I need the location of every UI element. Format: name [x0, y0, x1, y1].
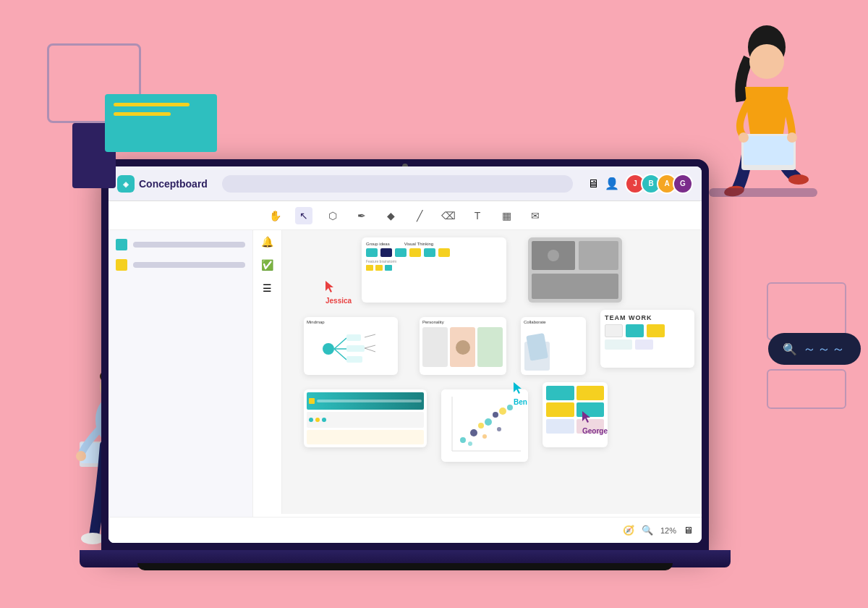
svg-point-7 — [76, 451, 86, 461]
board-teamwork: TEAM WORK — [600, 310, 694, 368]
cursor-ben-name: Ben — [514, 398, 527, 406]
comment-tool[interactable]: ✉ — [527, 207, 544, 224]
zoom-in-icon[interactable]: 🔍 — [642, 525, 653, 536]
svg-rect-14 — [744, 136, 793, 165]
avatar-george: G — [673, 174, 693, 194]
svg-point-24 — [548, 250, 559, 261]
cursor-jessica-name: Jessica — [326, 297, 352, 305]
app-logo: ◈ Conceptboard — [117, 175, 208, 193]
svg-line-32 — [365, 334, 375, 337]
shape-tool[interactable]: ⬡ — [324, 207, 341, 224]
text-tool[interactable]: T — [469, 207, 486, 224]
sidebar-label-1 — [133, 242, 245, 248]
cursor-george-name: George — [582, 427, 608, 435]
deco-line-2 — [114, 112, 171, 116]
notification-icon[interactable]: 🔔 — [261, 236, 273, 248]
laptop-screen: ◈ Conceptboard 🖥 👤 J B A G — [101, 159, 709, 550]
person-woman-illustration — [709, 22, 817, 232]
svg-point-45 — [499, 408, 506, 415]
cursor-jessica: Jessica — [326, 281, 352, 305]
eraser-tool[interactable]: ⌫ — [440, 207, 457, 224]
svg-rect-23 — [532, 274, 618, 299]
svg-point-47 — [468, 442, 472, 446]
sidebar-label-2 — [133, 262, 245, 268]
app-sidebar — [109, 230, 253, 543]
line-tool[interactable]: ╱ — [411, 207, 428, 224]
app-toolbar: ✋ ↖ ⬡ ✒ ◆ ╱ ⌫ T ▦ ✉ — [109, 201, 702, 230]
svg-rect-30 — [346, 345, 365, 352]
svg-point-44 — [493, 412, 498, 418]
board-brainstorm: Group ideasVisual Thinking Feature brain… — [362, 237, 506, 303]
search-icon: 🔍 — [783, 342, 797, 356]
svg-text:◈: ◈ — [122, 180, 129, 188]
fill-tool[interactable]: ◆ — [382, 207, 399, 224]
svg-point-48 — [482, 434, 487, 439]
search-squiggle: ～～～ — [803, 340, 846, 358]
app-bottombar: 🧭 🔍 12% 🖥 — [109, 517, 702, 543]
share-icon[interactable]: 👤 — [605, 177, 619, 190]
svg-rect-22 — [579, 241, 618, 270]
left-panel-icons: 🔔 ✅ ☰ — [253, 230, 282, 514]
canvas-area[interactable]: Group ideasVisual Thinking Feature brain… — [282, 230, 702, 514]
svg-point-42 — [478, 423, 484, 428]
svg-rect-17 — [709, 188, 817, 197]
sidebar-color-yellow — [116, 259, 127, 271]
cursor-george: George — [582, 411, 608, 435]
sidebar-item-1[interactable] — [116, 239, 245, 250]
hand-tool[interactable]: ✋ — [266, 207, 284, 224]
zoom-level: 12% — [660, 526, 676, 535]
svg-point-49 — [497, 427, 501, 431]
svg-point-16 — [787, 132, 797, 143]
svg-point-15 — [739, 132, 749, 143]
svg-point-25 — [323, 343, 334, 355]
svg-marker-52 — [582, 411, 590, 423]
svg-point-12 — [788, 174, 809, 185]
app-screen: ◈ Conceptboard 🖥 👤 J B A G — [109, 166, 702, 543]
search-widget[interactable]: 🔍 ～～～ — [768, 333, 861, 365]
deco-outline-rect-right-bottom — [767, 369, 846, 409]
svg-point-40 — [460, 437, 466, 443]
cursor-ben: Ben — [514, 382, 527, 406]
deco-line-1 — [114, 103, 190, 106]
logo-icon: ◈ — [117, 175, 135, 193]
laptop: ◈ Conceptboard 🖥 👤 J B A G — [101, 159, 723, 579]
svg-point-46 — [507, 405, 513, 410]
avatar-group: J B A G — [625, 174, 693, 194]
deco-sticky-note — [105, 94, 217, 152]
svg-rect-31 — [346, 356, 362, 363]
board-collaborate: Collaborate — [521, 317, 586, 375]
pen-tool[interactable]: ✒ — [353, 207, 370, 224]
navigate-icon[interactable]: 🧭 — [623, 525, 634, 536]
svg-point-41 — [470, 429, 477, 436]
svg-marker-50 — [326, 281, 333, 292]
laptop-foot — [137, 563, 673, 570]
svg-line-28 — [334, 349, 346, 360]
board-mindmap: Mindmap — [304, 317, 398, 375]
select-tool[interactable]: ↖ — [295, 207, 312, 224]
screen-icon[interactable]: 🖥 — [587, 177, 599, 190]
check-icon[interactable]: ✅ — [261, 259, 273, 271]
svg-line-33 — [365, 345, 375, 348]
sidebar-item-2[interactable] — [116, 259, 245, 271]
svg-point-10 — [749, 44, 784, 79]
url-bar[interactable] — [222, 175, 573, 193]
app-topbar: ◈ Conceptboard 🖥 👤 J B A G — [109, 166, 702, 201]
svg-line-34 — [365, 348, 375, 352]
fullscreen-icon[interactable]: 🖥 — [684, 525, 693, 536]
board-persona: Personality — [420, 317, 506, 375]
list-icon[interactable]: ☰ — [263, 282, 272, 294]
svg-point-43 — [485, 418, 492, 426]
svg-marker-51 — [514, 382, 522, 394]
svg-line-26 — [334, 338, 346, 349]
svg-rect-29 — [346, 334, 361, 341]
sticky-tool[interactable]: ▦ — [498, 207, 515, 224]
topbar-actions: 🖥 👤 J B A G — [587, 174, 693, 194]
deco-outline-rect-right-top — [767, 282, 846, 340]
board-photo — [528, 237, 622, 303]
sidebar-color-teal — [116, 239, 127, 250]
app-name: Conceptboard — [139, 178, 208, 190]
board-design — [304, 389, 427, 447]
